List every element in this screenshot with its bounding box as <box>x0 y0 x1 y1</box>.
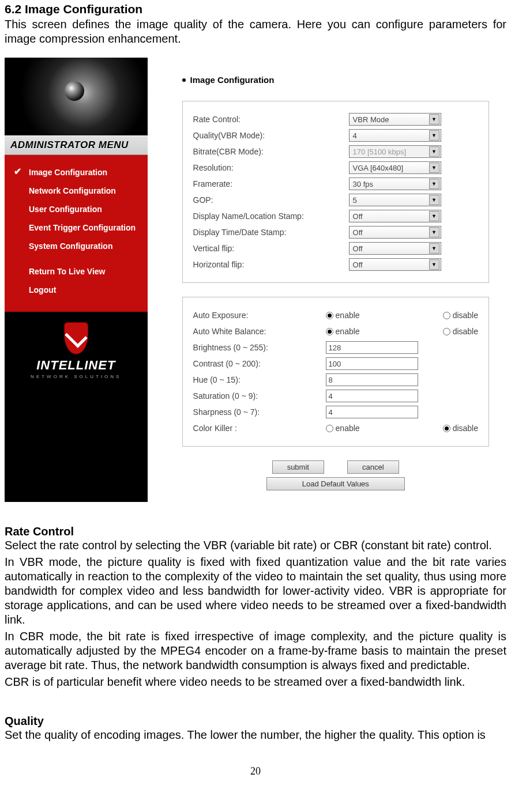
page-number: 20 <box>5 765 506 777</box>
panel-title: Image Configuration <box>182 75 489 85</box>
date-stamp-select[interactable]: Off ▼ <box>349 226 441 239</box>
rate-control-select[interactable]: VBR Mode ▼ <box>349 113 441 126</box>
bitrate-select: 170 [5100 kbps] ▼ <box>349 145 441 158</box>
rate-control-heading: Rate Control <box>5 525 506 538</box>
color-killer-enable[interactable]: enable <box>326 424 360 433</box>
auto-wb-enable[interactable]: enable <box>326 327 360 336</box>
sidebar-item-return-live[interactable]: Return To Live View <box>13 262 140 281</box>
image-adjust-fieldset: Auto Exposure: enable disable <box>182 297 489 447</box>
sidebar-item-network-config[interactable]: Network Configuration <box>13 182 140 200</box>
chevron-down-icon: ▼ <box>429 114 439 124</box>
chevron-down-icon: ▼ <box>429 195 439 205</box>
sidebar-item-image-config[interactable]: ✔ Image Configuration <box>13 163 140 182</box>
hflip-label: Horizontal flip: <box>193 260 349 269</box>
hue-label: Hue (0 ~ 15): <box>193 375 326 384</box>
color-killer-disable[interactable]: disable <box>443 424 478 433</box>
gop-label: GOP: <box>193 195 349 205</box>
submit-button[interactable]: submit <box>272 460 324 474</box>
radio-label: disable <box>453 327 478 336</box>
radio-label: enable <box>336 327 360 336</box>
framerate-label: Framerate: <box>193 179 349 188</box>
sidebar-item-label: Network Configuration <box>29 186 116 195</box>
admin-menu: ✔ Image Configuration Network Configurat… <box>5 155 148 312</box>
radio-icon <box>326 425 333 432</box>
select-value: 30 fps <box>353 180 373 188</box>
select-value: VGA [640x480] <box>353 164 403 172</box>
vflip-select[interactable]: Off ▼ <box>349 242 441 255</box>
image-config-panel: Image Configuration Rate Control: VBR Mo… <box>148 58 506 502</box>
rate-control-p2: In VBR mode, the picture quality is fixe… <box>5 555 506 627</box>
select-value: Off <box>353 228 363 237</box>
camera-hero-image <box>5 58 148 135</box>
sharpness-input[interactable]: 4 <box>326 406 418 418</box>
sidebar-item-label: Event Trigger Configuration <box>29 223 136 232</box>
quality-heading: Quality <box>5 715 506 728</box>
screenshot-figure: ADMINISTRATOR MENU ✔ Image Configuration… <box>5 58 506 502</box>
color-killer-label: Color Killer : <box>193 424 326 433</box>
select-value: VBR Mode <box>353 115 389 124</box>
chevron-down-icon: ▼ <box>429 227 439 237</box>
radio-icon <box>443 328 450 335</box>
radio-icon <box>326 312 333 319</box>
radio-icon <box>326 328 333 335</box>
select-value: 4 <box>353 131 357 140</box>
chevron-down-icon: ▼ <box>429 179 439 189</box>
chevron-down-icon: ▼ <box>429 259 439 270</box>
brightness-input[interactable]: 128 <box>326 341 418 354</box>
auto-exposure-enable[interactable]: enable <box>326 311 360 320</box>
encoding-fieldset: Rate Control: VBR Mode ▼ Quality(VBR Mod… <box>182 101 489 283</box>
rate-control-p4: CBR is of particular benefit where video… <box>5 675 506 689</box>
brand-panel: INTELLINET NETWORK SOLUTIONS <box>5 312 148 502</box>
brand-tagline: NETWORK SOLUTIONS <box>31 374 121 379</box>
name-stamp-select[interactable]: Off ▼ <box>349 210 441 222</box>
radio-label: disable <box>453 424 478 433</box>
hue-input[interactable]: 8 <box>326 373 418 386</box>
sidebar-item-label: System Configuration <box>29 241 112 251</box>
resolution-select[interactable]: VGA [640x480] ▼ <box>349 161 441 174</box>
sidebar-item-logout[interactable]: Logout <box>13 281 140 299</box>
admin-menu-header: ADMINISTRATOR MENU <box>5 135 148 155</box>
contrast-input[interactable]: 100 <box>326 357 418 370</box>
date-stamp-label: Display Time/Date Stamp: <box>193 228 349 237</box>
sidebar-item-event-trigger-config[interactable]: Event Trigger Configuration <box>13 218 140 237</box>
rate-control-p1: Select the rate control by selecting the… <box>5 538 506 553</box>
auto-exposure-label: Auto Exposure: <box>193 311 326 320</box>
auto-wb-disable[interactable]: disable <box>443 327 478 336</box>
gop-select[interactable]: 5 ▼ <box>349 194 441 206</box>
sidebar-item-system-config[interactable]: System Configuration <box>13 237 140 255</box>
section-intro: This screen defines the image quality of… <box>5 17 506 46</box>
form-buttons: submit cancel Load Default Values <box>182 460 489 490</box>
section-heading: 6.2 Image Configuration <box>5 2 506 16</box>
sidebar-item-user-config[interactable]: User Configuration <box>13 200 140 218</box>
admin-sidebar: ADMINISTRATOR MENU ✔ Image Configuration… <box>5 58 148 502</box>
saturation-input[interactable]: 4 <box>326 390 418 402</box>
sidebar-item-label: Image Configuration <box>29 168 107 177</box>
chevron-down-icon: ▼ <box>429 130 439 141</box>
radio-label: disable <box>453 311 478 320</box>
framerate-select[interactable]: 30 fps ▼ <box>349 177 441 190</box>
radio-icon <box>443 312 450 319</box>
radio-label: enable <box>336 311 360 320</box>
quality-label: Quality(VBR Mode): <box>193 131 349 140</box>
load-defaults-button[interactable]: Load Default Values <box>266 477 405 490</box>
rate-control-p3: In CBR mode, the bit rate is fixed irres… <box>5 629 506 673</box>
quality-select[interactable]: 4 ▼ <box>349 129 441 142</box>
radio-icon <box>443 425 450 432</box>
chevron-down-icon: ▼ <box>429 163 439 173</box>
panel-title-text: Image Configuration <box>190 75 275 85</box>
quality-p1: Set the quality of encoding images. The … <box>5 728 506 742</box>
hflip-select[interactable]: Off ▼ <box>349 258 441 271</box>
chevron-down-icon: ▼ <box>429 211 439 221</box>
select-value: 5 <box>353 196 357 205</box>
sidebar-item-label: Logout <box>29 285 56 294</box>
name-stamp-label: Display Name/Location Stamp: <box>193 212 349 221</box>
cancel-button[interactable]: cancel <box>347 460 399 474</box>
select-value: Off <box>353 260 363 269</box>
auto-exposure-disable[interactable]: disable <box>443 311 478 320</box>
vflip-label: Vertical flip: <box>193 244 349 253</box>
select-value: Off <box>353 212 363 221</box>
bullet-icon <box>182 78 186 82</box>
sidebar-item-label: Return To Live View <box>29 267 106 276</box>
brightness-label: Brightness (0 ~ 255): <box>193 343 326 352</box>
saturation-label: Saturation (0 ~ 9): <box>193 391 326 401</box>
